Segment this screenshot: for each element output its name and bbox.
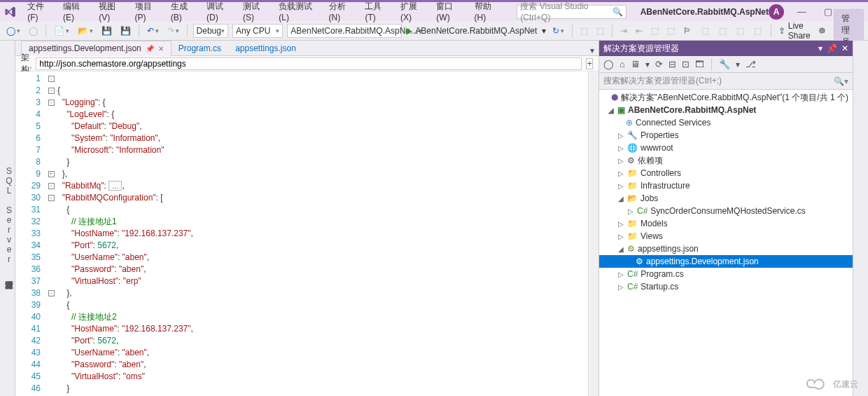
solution-tree: ⬢解决方案"ABenNetCore.RabbitMQ.AspNet"(1 个项目… xyxy=(599,90,853,396)
properties-icon[interactable]: 🗔 xyxy=(695,59,704,69)
panel-pin-icon[interactable]: 📌 xyxy=(827,43,837,53)
save-all-button[interactable]: 💾 xyxy=(118,26,133,36)
refresh-button[interactable]: ↻▾ xyxy=(550,26,566,36)
tree-program[interactable]: ▷C#Program.cs xyxy=(599,268,853,280)
tb-misc2[interactable]: ⬚ xyxy=(594,26,606,36)
show-all-icon[interactable]: ⊟ xyxy=(668,59,676,69)
refresh-icon[interactable]: ⟳ xyxy=(655,59,663,69)
search-icon: 🔍▾ xyxy=(834,76,848,86)
menu-window[interactable]: 窗口(W) xyxy=(431,1,468,22)
menu-loadtest[interactable]: 负载测试(L) xyxy=(274,1,322,22)
startup-combo[interactable]: ABenNetCore.RabbitMQ.AspNe…▾ xyxy=(287,24,402,38)
panel-search[interactable]: 搜索解决方案资源管理器(Ctrl+;) 🔍▾ xyxy=(599,73,853,90)
undo-button[interactable]: ↶▾ xyxy=(145,26,161,36)
panel-header: 解决方案资源管理器 ▾ 📌 ✕ xyxy=(599,41,853,56)
fold-toggle[interactable]: - xyxy=(48,195,55,201)
fold-toggle[interactable]: - xyxy=(48,88,55,94)
menu-analyze[interactable]: 分析(N) xyxy=(324,1,359,22)
menu-edit[interactable]: 编辑(E) xyxy=(58,1,92,22)
tree-infrastructure[interactable]: ▷📁Infrastructure xyxy=(599,179,853,192)
icon-3[interactable]: 🖥 xyxy=(631,59,640,69)
tb-misc1[interactable]: ⬚ xyxy=(578,26,590,36)
ext-2[interactable]: ⬚ xyxy=(717,26,729,36)
tree-job-file[interactable]: ▷C#SyncOrderConsumeMQHostedService.cs xyxy=(599,205,853,217)
editor-pane: appsettings.Development.json📌✕ Program.c… xyxy=(15,41,599,396)
config-combo[interactable]: Debug▾ xyxy=(193,24,228,38)
tree-solution[interactable]: ⬢解决方案"ABenNetCore.RabbitMQ.AspNet"(1 个项目… xyxy=(599,91,853,104)
tree-startup[interactable]: ▷C#Startup.cs xyxy=(599,280,853,293)
left-tool-rail: SQL Server 对象资源管理器 服务器资源管理器 xyxy=(0,41,15,396)
live-share-button[interactable]: ⇪ Live Share xyxy=(778,21,811,41)
tree-appsettings-dev[interactable]: ⚙appsettings.Development.json xyxy=(599,255,853,268)
tab-appsettings-dev[interactable]: appsettings.Development.json📌✕ xyxy=(21,41,172,56)
tab-overflow-button[interactable]: ▾ xyxy=(586,46,598,55)
platform-combo[interactable]: Any CPU▾ xyxy=(232,24,283,38)
cloud-icon[interactable]: 🏳 xyxy=(681,26,694,36)
run-button[interactable]: ▶ ABenNetCore.RabbitMQ.AspNet▾ xyxy=(406,26,546,36)
collapsed-region[interactable]: ... xyxy=(108,181,122,191)
tb-step3[interactable]: ⬚ xyxy=(649,26,661,36)
redo-button[interactable]: ↷▾ xyxy=(165,26,181,36)
global-search[interactable]: 搜索 Visual Studio (Ctrl+Q) 🔍 xyxy=(517,5,626,19)
rail-tab-sql[interactable]: SQL Server 对象资源管理器 xyxy=(3,166,15,274)
panel-dropdown-icon[interactable]: ▾ xyxy=(818,43,822,53)
tb-step4[interactable]: ⬚ xyxy=(665,26,677,36)
menu-tools[interactable]: 工具(T) xyxy=(360,1,394,22)
wrench-icon[interactable]: 🔧 xyxy=(719,59,730,69)
ext-3[interactable]: ⬚ xyxy=(734,26,746,36)
fold-toggle[interactable]: - xyxy=(48,183,55,189)
menu-file[interactable]: 文件(F) xyxy=(22,1,57,22)
home-icon[interactable]: ◯ xyxy=(603,59,614,69)
code-text[interactable]: { "Logging": { "LogLevel": { "Default": … xyxy=(57,71,598,396)
nav-back-button[interactable]: ◯▾ xyxy=(4,26,22,36)
menu-project[interactable]: 项目(P) xyxy=(130,1,164,22)
code-editor[interactable]: 1234567892930313233343536373839404142434… xyxy=(15,71,598,396)
menu-help[interactable]: 帮助(H) xyxy=(470,1,505,22)
sync-icon[interactable]: ⌂ xyxy=(620,59,625,69)
tree-connected[interactable]: ⊕Connected Services xyxy=(599,116,853,129)
tree-models[interactable]: ▷📁Models xyxy=(599,217,853,230)
tree-properties[interactable]: ▷🔧Properties xyxy=(599,129,853,142)
tree-appsettings[interactable]: ◢⚙appsettings.json xyxy=(599,243,853,255)
split-add-button[interactable]: + xyxy=(586,58,593,69)
pin-icon[interactable]: 📌 xyxy=(146,45,154,53)
fold-toggle[interactable]: - xyxy=(48,100,55,106)
fold-toggle[interactable]: - xyxy=(48,290,55,296)
open-button[interactable]: 📂▾ xyxy=(76,26,95,36)
tb-step1[interactable]: ⇥ xyxy=(618,26,629,36)
menu-extensions[interactable]: 扩展(X) xyxy=(396,1,430,22)
tree-views[interactable]: ▷📁Views xyxy=(599,230,853,243)
tb-step2[interactable]: ⇤ xyxy=(634,26,645,36)
tree-controllers[interactable]: ▷📁Controllers xyxy=(599,167,853,179)
fold-toggle[interactable]: - xyxy=(48,76,55,82)
menu-build[interactable]: 生成(B) xyxy=(166,1,200,22)
menu-test[interactable]: 测试(S) xyxy=(238,1,272,22)
solution-explorer: 解决方案资源管理器 ▾ 📌 ✕ ◯ ⌂ 🖥▾ ⟳ ⊟ ⊡ 🗔 🔧▾ ⎇ 搜索解决… xyxy=(599,41,853,396)
tree-deps[interactable]: ▷⚙依赖项 xyxy=(599,154,853,167)
ext-1[interactable]: ⬚ xyxy=(699,26,711,36)
panel-close-icon[interactable]: ✕ xyxy=(841,43,848,53)
new-project-button[interactable]: 📄▾ xyxy=(52,26,71,36)
schema-input[interactable] xyxy=(36,57,582,70)
fold-gutter: - - - + - - - xyxy=(45,71,57,396)
tree-wwwroot[interactable]: ▷🌐wwwroot xyxy=(599,142,853,154)
collapse-icon[interactable]: ⊡ xyxy=(682,59,690,69)
menu-view[interactable]: 视图(V) xyxy=(94,1,128,22)
icon-branch[interactable]: ⎇ xyxy=(746,59,756,69)
vs-logo-icon xyxy=(4,6,17,18)
main-menu: 文件(F) 编辑(E) 视图(V) 项目(P) 生成(B) 调试(D) 测试(S… xyxy=(22,1,504,22)
panel-search-placeholder: 搜索解决方案资源管理器(Ctrl+;) xyxy=(603,75,722,87)
fold-toggle[interactable]: + xyxy=(48,171,55,177)
tab-close-icon[interactable]: ✕ xyxy=(158,45,164,53)
tab-program[interactable]: Program.cs xyxy=(172,41,228,55)
search-icon: 🔍 xyxy=(612,7,623,17)
nav-fwd-button[interactable]: ◯ xyxy=(27,26,40,36)
vertical-scrollbar[interactable] xyxy=(588,71,598,396)
tab-appsettings[interactable]: appsettings.json xyxy=(228,41,303,55)
feedback-icon[interactable]: ☸ xyxy=(816,26,828,36)
menu-debug[interactable]: 调试(D) xyxy=(202,1,237,22)
ext-4[interactable]: ⬚ xyxy=(752,26,764,36)
save-button[interactable]: 💾 xyxy=(99,26,114,36)
tree-project[interactable]: ◢▣ABenNetCore.RabbitMQ.AspNet xyxy=(599,104,853,116)
tree-jobs[interactable]: ◢📂Jobs xyxy=(599,192,853,205)
